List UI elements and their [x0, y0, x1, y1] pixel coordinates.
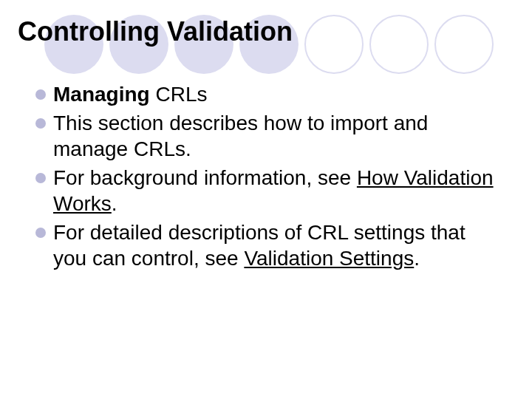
deco-circle — [434, 15, 494, 74]
slide-body: Managing CRLs This section describes how… — [35, 81, 502, 274]
text: For background information, see — [53, 166, 357, 189]
bullet-text: Managing CRLs — [53, 81, 502, 107]
list-item: Managing CRLs — [35, 81, 502, 107]
slide-title: Controlling Validation — [18, 16, 293, 47]
bullet-text: This section describes how to import and… — [53, 110, 502, 162]
list-item: This section describes how to import and… — [35, 110, 502, 162]
list-item: For detailed descriptions of CRL setting… — [35, 219, 502, 271]
bullet-icon — [35, 173, 46, 183]
bold-text: Managing — [53, 83, 150, 106]
text: . — [414, 247, 420, 270]
deco-circle — [369, 15, 429, 74]
bullet-icon — [35, 89, 46, 100]
bullet-icon — [35, 228, 46, 238]
bullet-text: For background information, see How Vali… — [53, 165, 502, 216]
list-item: For background information, see How Vali… — [35, 165, 502, 216]
link-validation-settings[interactable]: Validation Settings — [244, 247, 414, 270]
deco-circle — [304, 15, 364, 74]
text: CRLs — [150, 83, 208, 106]
bullet-icon — [35, 118, 46, 129]
bullet-text: For detailed descriptions of CRL setting… — [53, 219, 502, 271]
text: . — [112, 192, 117, 215]
